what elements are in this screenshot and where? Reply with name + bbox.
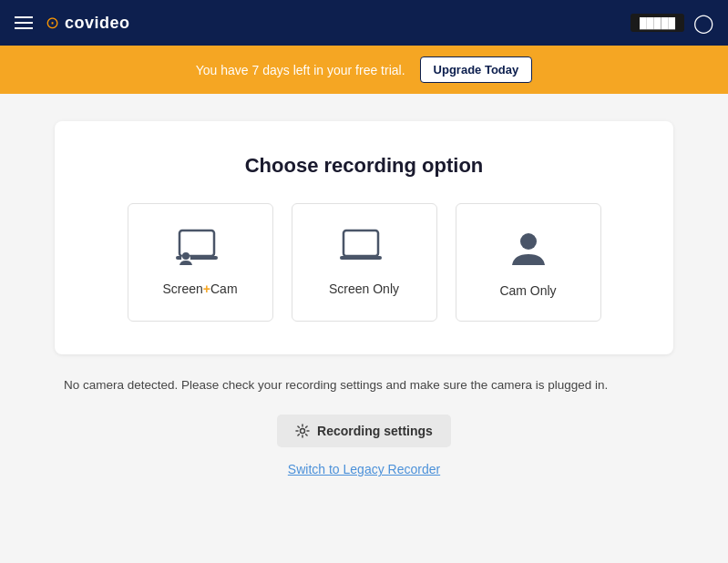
app-header: ⊙ covideo █████ ◯: [0, 0, 728, 46]
header-right: █████ ◯: [631, 12, 713, 34]
recording-card: Choose recording option Scree: [55, 121, 673, 354]
logo: ⊙ covideo: [46, 13, 130, 33]
card-title: Choose recording option: [82, 154, 646, 178]
header-badge: █████: [631, 14, 684, 32]
cam-only-label: Cam Only: [499, 283, 556, 298]
legacy-link[interactable]: Switch to Legacy Recorder: [288, 462, 440, 476]
svg-point-3: [182, 252, 190, 260]
svg-rect-5: [340, 256, 382, 260]
logo-icon: ⊙: [46, 13, 59, 33]
trial-message: You have 7 days left in your free trial.: [196, 63, 405, 77]
main-content: Choose recording option Scree: [0, 94, 728, 504]
svg-point-7: [301, 429, 305, 434]
svg-rect-0: [179, 230, 214, 256]
screen-cam-label: Screen+Cam: [162, 282, 237, 296]
avatar-icon[interactable]: ◯: [693, 12, 713, 34]
header-left: ⊙ covideo: [15, 13, 130, 33]
screen-cam-icon: [176, 229, 225, 269]
hamburger-menu[interactable]: [15, 16, 33, 29]
settings-button-label: Recording settings: [317, 424, 433, 438]
warning-text: No camera detected. Please check your re…: [55, 376, 673, 394]
option-cam-only[interactable]: Cam Only: [456, 203, 601, 322]
svg-point-6: [520, 233, 537, 250]
gear-icon: [295, 424, 310, 438]
option-screen-cam[interactable]: Screen+Cam: [128, 203, 273, 322]
recording-settings-button[interactable]: Recording settings: [277, 415, 451, 447]
screen-only-label: Screen Only: [329, 282, 399, 296]
settings-area: Recording settings Switch to Legacy Reco…: [55, 415, 673, 476]
trial-banner: You have 7 days left in your free trial.…: [0, 46, 728, 94]
options-row: Screen+Cam Screen Only: [82, 203, 646, 322]
logo-text: covideo: [65, 14, 130, 33]
upgrade-button[interactable]: Upgrade Today: [420, 56, 533, 83]
option-screen-only[interactable]: Screen Only: [292, 203, 437, 322]
screen-only-icon: [340, 229, 389, 269]
cam-only-icon: [507, 227, 550, 271]
svg-rect-4: [343, 230, 378, 256]
